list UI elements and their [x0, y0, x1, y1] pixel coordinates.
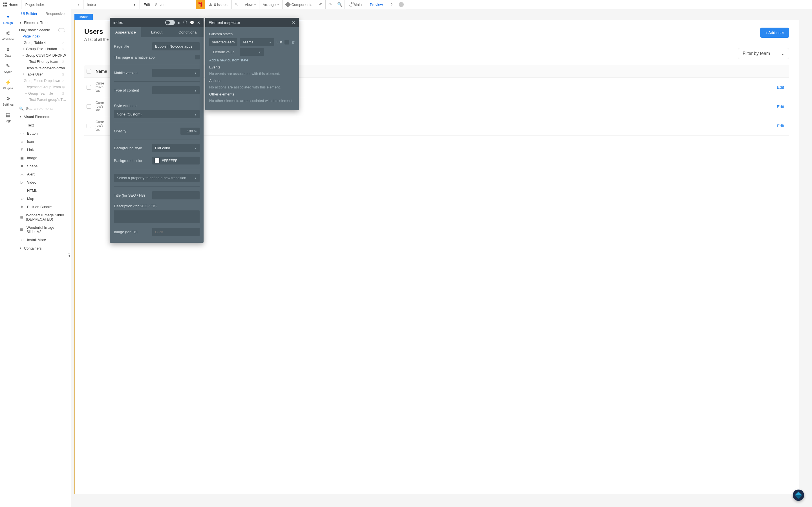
- seo-img-input[interactable]: [152, 228, 200, 236]
- element-inspector[interactable]: Element inspector ✕ Custom states select…: [205, 18, 299, 110]
- transition-select[interactable]: Select a property to define a new transi…: [114, 174, 200, 182]
- page-selector[interactable]: Page: index: [21, 0, 83, 9]
- visual-element-item[interactable]: ▦Wonderful Image Slider (DEPRECATED): [16, 211, 68, 223]
- element-label: Icon: [27, 139, 34, 144]
- bgstyle-select[interactable]: Flat color: [152, 144, 200, 152]
- inspector-header[interactable]: Element inspector ✕: [205, 18, 299, 27]
- element-icon: T: [20, 123, 24, 127]
- tab-responsive[interactable]: Responsive: [42, 9, 68, 18]
- view-menu[interactable]: View: [241, 0, 259, 9]
- containers-header[interactable]: ▼Containers: [16, 244, 68, 252]
- style-select[interactable]: None (Custom): [114, 110, 200, 118]
- tab-appearance[interactable]: Appearance: [110, 27, 141, 37]
- add-custom-state[interactable]: Add a new custom state: [209, 58, 295, 62]
- cursor-tool[interactable]: ↖: [232, 0, 241, 9]
- seo-desc-label: Description (for SEO / FB): [114, 204, 200, 208]
- edit-label[interactable]: Edit: [144, 3, 150, 7]
- visual-element-item[interactable]: ▦Wonderful Image Slider V2: [16, 223, 68, 236]
- branch-selector[interactable]: Main: [345, 0, 366, 9]
- bgcolor-input[interactable]: #FFFFFF: [152, 157, 200, 165]
- opacity-input[interactable]: 100%: [181, 128, 200, 135]
- tab-label: Conditional: [179, 30, 198, 34]
- row-checkbox[interactable]: [87, 124, 91, 128]
- visual-element-item[interactable]: ⊙Map: [16, 194, 68, 203]
- rail-data[interactable]: ≡Data: [0, 44, 16, 60]
- home-button[interactable]: Home: [0, 3, 21, 7]
- rail-design[interactable]: ✦Design: [0, 11, 16, 27]
- seo-title-input[interactable]: [152, 191, 200, 200]
- tab-ui-builder[interactable]: UI Builder: [16, 9, 42, 18]
- row-checkbox[interactable]: [87, 85, 91, 90]
- help-button[interactable]: ?: [387, 0, 396, 9]
- account-menu[interactable]: [396, 0, 406, 9]
- visual-element-item[interactable]: △Alert: [16, 170, 68, 178]
- tab-layout[interactable]: Layout: [141, 27, 172, 37]
- tree-node[interactable]: Text Parent group's T…◎: [18, 97, 66, 103]
- tree-node[interactable]: –Group CUSTOM DROPDO…◎: [18, 52, 66, 59]
- tree-node[interactable]: Page index: [18, 33, 66, 40]
- visual-element-item[interactable]: ⊕Install More: [16, 236, 68, 244]
- seo-desc-input[interactable]: [114, 210, 200, 223]
- select-all-checkbox[interactable]: [87, 69, 91, 73]
- visual-element-item[interactable]: ■Shape: [16, 162, 68, 170]
- rail-settings[interactable]: ⚙Settings: [0, 93, 16, 109]
- tab-conditional[interactable]: Conditional: [172, 27, 204, 37]
- search-button[interactable]: 🔍: [335, 0, 345, 9]
- property-editor-header[interactable]: index ▶ ⓘ 💬 ✕: [110, 18, 204, 27]
- tree-node[interactable]: Icon fa fa-chevron-down◎: [18, 65, 66, 71]
- play-icon[interactable]: ▶: [177, 20, 181, 25]
- tree-node[interactable]: –Group Table 4◎: [18, 40, 66, 46]
- state-type-select[interactable]: Teams: [240, 38, 274, 46]
- row-checkbox[interactable]: [87, 104, 91, 109]
- gift-button[interactable]: 🎁: [196, 0, 205, 9]
- search-elements[interactable]: 🔍: [19, 107, 65, 111]
- close-icon[interactable]: ✕: [197, 20, 200, 25]
- property-editor[interactable]: index ▶ ⓘ 💬 ✕ Appearance Layout Conditio…: [110, 18, 204, 243]
- mobile-select[interactable]: [152, 69, 200, 77]
- tree-node[interactable]: +Group Title + button◎: [18, 46, 66, 52]
- components-button[interactable]: Components: [282, 0, 316, 9]
- rail-logs[interactable]: ▤Logs: [0, 109, 16, 125]
- visual-element-item[interactable]: ▭Button: [16, 129, 68, 137]
- state-name[interactable]: selectedTeam: [209, 38, 238, 46]
- elements-tree-header[interactable]: ▼ Elements Tree: [16, 18, 68, 27]
- trash-icon[interactable]: 🗑: [291, 40, 295, 44]
- page-title-input[interactable]: [152, 42, 200, 50]
- arrange-menu[interactable]: Arrange: [259, 0, 282, 9]
- undo-button[interactable]: ↶: [316, 0, 325, 9]
- search-input[interactable]: [26, 107, 73, 111]
- type-select[interactable]: [152, 86, 200, 94]
- default-value-select[interactable]: [240, 48, 264, 56]
- info-icon[interactable]: ⓘ: [183, 20, 187, 25]
- visual-element-item[interactable]: ☆Icon: [16, 137, 68, 146]
- comment-icon[interactable]: 💬: [190, 20, 194, 25]
- reveal-toggle[interactable]: [165, 20, 175, 25]
- visual-element-item[interactable]: HTML: [16, 186, 68, 194]
- visual-element-item[interactable]: ▷Video: [16, 178, 68, 186]
- tree-node[interactable]: –RepeatingGroup Team◎: [18, 84, 66, 91]
- visual-element-item[interactable]: TText: [16, 121, 68, 129]
- seo-title-label: Title (for SEO / FB): [114, 193, 145, 198]
- rail-styles[interactable]: ✎Styles: [0, 60, 16, 76]
- visual-element-item[interactable]: ⎘Link: [16, 146, 68, 154]
- tree-node[interactable]: –GroupFocus Dropdown◎: [18, 78, 66, 84]
- components-icon: [285, 2, 291, 7]
- issues-button[interactable]: 0 issues: [205, 0, 232, 9]
- tree-node[interactable]: +Table User◎: [18, 71, 66, 78]
- close-icon[interactable]: ✕: [292, 20, 296, 25]
- list-checkbox[interactable]: [285, 40, 289, 45]
- native-app-checkbox[interactable]: [195, 55, 200, 59]
- visual-elements-header[interactable]: ▼ Visual Elements: [16, 112, 68, 121]
- only-hideable-toggle[interactable]: [58, 28, 65, 32]
- rail-workflow[interactable]: ⑆Workflow: [0, 27, 16, 44]
- canvas-page-label[interactable]: index: [74, 14, 93, 20]
- visual-element-item[interactable]: ▣Image: [16, 154, 68, 162]
- preview-button[interactable]: Preview: [366, 0, 387, 9]
- element-selector[interactable]: index: [83, 0, 140, 9]
- canvas[interactable]: index Users A list of all the u + Add us…: [71, 9, 406, 253]
- tree-node[interactable]: Text Filter by team◎: [18, 59, 66, 65]
- rail-plugins[interactable]: ⚡Plugins: [0, 76, 16, 93]
- visual-element-item[interactable]: bBuilt on Bubble: [16, 203, 68, 211]
- tree-node[interactable]: –Group Team tile◎: [18, 91, 66, 97]
- redo-button[interactable]: ↷: [325, 0, 335, 9]
